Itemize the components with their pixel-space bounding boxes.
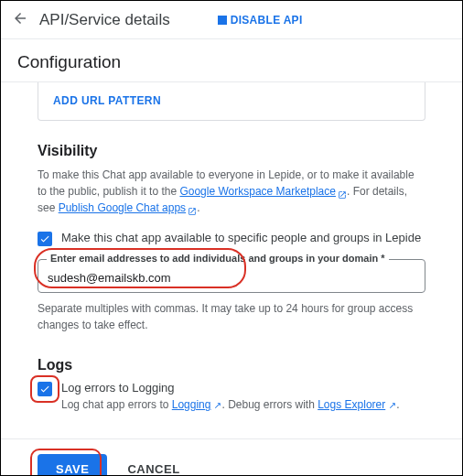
save-button[interactable]: SAVE [38, 454, 107, 476]
visibility-description: To make this Chat app available to every… [38, 167, 425, 216]
logs-description: Log chat app errors to Logging. Debug er… [61, 398, 425, 411]
logs-checkbox[interactable] [38, 382, 52, 396]
divider [1, 438, 462, 439]
disable-api-label: DISABLE API [231, 14, 303, 27]
visibility-checkbox[interactable] [38, 232, 52, 246]
email-field-label: Enter email addresses to add individuals… [47, 253, 389, 264]
text: . Debug errors with [221, 398, 318, 411]
check-icon [39, 384, 50, 395]
text: . [197, 201, 199, 214]
visibility-heading: Visibility [38, 143, 425, 159]
external-link-icon [188, 204, 197, 213]
external-link-icon [212, 401, 221, 410]
stop-icon [218, 16, 227, 25]
email-input[interactable]: sudesh@emailskb.com [38, 259, 425, 293]
external-link-icon [338, 188, 347, 197]
email-help-text: Separate multiples with commas. It may t… [38, 300, 425, 333]
page-title: API/Service details [39, 11, 170, 29]
back-arrow-icon[interactable] [12, 10, 28, 29]
visibility-checkbox-label: Make this chat app available to specific… [61, 231, 421, 244]
external-link-icon [387, 401, 396, 410]
logging-link[interactable]: Logging [172, 398, 222, 411]
add-url-row: ADD URL PATTERN [38, 82, 425, 121]
disable-api-button[interactable]: DISABLE API [218, 14, 303, 27]
logs-explorer-link[interactable]: Logs Explorer [318, 398, 396, 411]
logs-checkbox-label: Log errors to Logging [61, 381, 175, 395]
publish-apps-link[interactable]: Publish Google Chat apps [59, 201, 197, 214]
config-heading: Configuration [1, 39, 462, 81]
marketplace-link[interactable]: Google Workspace Marketplace [179, 185, 347, 198]
add-url-button[interactable]: ADD URL PATTERN [53, 94, 161, 107]
email-input-value: sudesh@emailskb.com [48, 271, 171, 285]
cancel-button[interactable]: CANCEL [127, 462, 179, 476]
check-icon [39, 233, 50, 244]
text: Log chat app errors to [61, 398, 172, 411]
logs-heading: Logs [38, 357, 425, 373]
text: . [396, 398, 399, 411]
